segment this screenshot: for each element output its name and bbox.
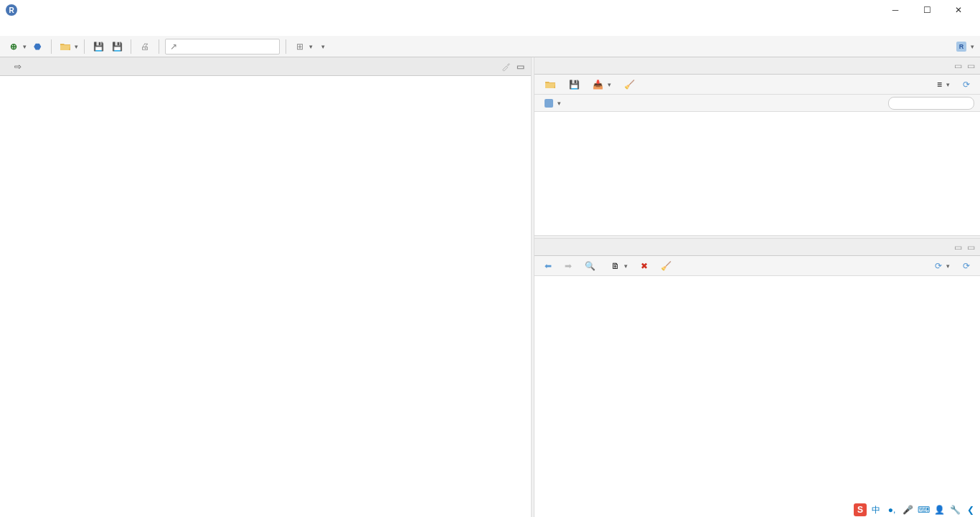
- remove-plot-button[interactable]: ✖: [636, 259, 652, 273]
- punct-icon[interactable]: ●,: [885, 503, 898, 516]
- env-scope-toolbar: ▾: [534, 95, 980, 112]
- mic-icon[interactable]: 🎤: [901, 503, 914, 516]
- user-icon[interactable]: 👤: [933, 503, 946, 516]
- env-toolbar: 💾 📥 ▾ 🧹 ≡ ▾ ⟳: [534, 75, 980, 95]
- titlebar: R ─ ☐ ✕: [0, 0, 980, 20]
- console-pane: ⇨ ▭: [0, 57, 531, 517]
- console-goto-icon[interactable]: ⇨: [14, 62, 22, 72]
- open-file-button[interactable]: [57, 39, 73, 54]
- zoom-button[interactable]: 🔍: [580, 259, 603, 273]
- save-all-button[interactable]: 💾: [109, 39, 125, 54]
- maximize-button[interactable]: ☐: [911, 0, 943, 20]
- maximize-pane-icon[interactable]: ▭: [515, 62, 525, 72]
- menubar: [0, 20, 980, 36]
- minimize-pane-icon[interactable]: ▭: [953, 61, 963, 71]
- addins-button[interactable]: ▾: [316, 39, 329, 54]
- plots-toolbar: ⬅ ➡ 🔍 🗎 ▾ ✖ 🧹 ⟳ ▾ ⟳: [534, 256, 980, 276]
- clear-plots-button[interactable]: 🧹: [656, 259, 676, 273]
- maximize-pane-icon[interactable]: ▭: [966, 242, 976, 252]
- publish-button[interactable]: ⟳ ▾: [930, 259, 954, 273]
- rstudio-window: R ─ ☐ ✕ ⊕ ▾ ⬣ ▾ 💾 💾 🖨 ↗ ⊞ ▾ ▾: [0, 0, 980, 517]
- ime-icon[interactable]: S: [854, 503, 867, 516]
- keyboard-icon[interactable]: ⌨: [917, 503, 930, 516]
- system-tray: S 中 ●, 🎤 ⌨ 👤 🔧 ❮: [854, 503, 977, 517]
- plots-pane: ▭ ▭ ⬅ ➡ 🔍 🗎 ▾ ✖ 🧹 ⟳ ▾ ⟳: [534, 239, 980, 517]
- window-controls: ─ ☐ ✕: [880, 0, 974, 20]
- chevron-icon[interactable]: ❮: [964, 503, 977, 516]
- environment-pane: ▭ ▭ 💾 📥 ▾ 🧹 ≡ ▾ ⟳: [534, 57, 980, 235]
- import-dataset-button[interactable]: 📥 ▾: [588, 77, 616, 92]
- bar-chart: [543, 282, 971, 514]
- clear-console-icon[interactable]: [501, 62, 511, 72]
- console-header: ⇨ ▭: [0, 57, 531, 76]
- env-search-input[interactable]: [888, 97, 974, 110]
- tools-icon[interactable]: 🔧: [948, 503, 961, 516]
- plot-area: [534, 276, 980, 517]
- env-table[interactable]: [534, 112, 980, 235]
- minimize-button[interactable]: ─: [880, 0, 911, 20]
- clear-workspace-button[interactable]: 🧹: [620, 77, 639, 92]
- view-mode-button[interactable]: ≡ ▾: [933, 77, 954, 92]
- refresh-plot-button[interactable]: ⟳: [958, 259, 974, 273]
- refresh-button[interactable]: ⟳: [958, 77, 974, 92]
- scope-selector[interactable]: ▾: [540, 96, 565, 110]
- save-workspace-button[interactable]: 💾: [565, 77, 584, 92]
- new-project-button[interactable]: ⬣: [29, 39, 45, 54]
- console-output[interactable]: [0, 76, 531, 517]
- export-button[interactable]: 🗎 ▾: [607, 259, 632, 273]
- right-pane: ▭ ▭ 💾 📥 ▾ 🧹 ≡ ▾ ⟳: [534, 57, 980, 517]
- grid-button[interactable]: ⊞: [292, 39, 308, 54]
- main-toolbar: ⊕ ▾ ⬣ ▾ 💾 💾 🖨 ↗ ⊞ ▾ ▾ R ▾: [0, 36, 980, 57]
- next-plot-button[interactable]: ➡: [560, 259, 576, 273]
- goto-file-input[interactable]: ↗: [165, 39, 280, 54]
- env-tabs: ▭ ▭: [534, 57, 980, 75]
- new-file-button[interactable]: ⊕: [6, 39, 22, 54]
- dropdown-icon[interactable]: ▾: [75, 43, 78, 50]
- main-area: ⇨ ▭ ▭ ▭: [0, 57, 980, 517]
- rstudio-icon: R: [6, 4, 17, 16]
- lang-icon[interactable]: 中: [870, 503, 882, 516]
- dropdown-icon[interactable]: ▾: [23, 43, 27, 50]
- save-button[interactable]: 💾: [90, 39, 106, 54]
- load-workspace-button[interactable]: [540, 77, 560, 92]
- print-button[interactable]: 🖨: [137, 39, 153, 54]
- plots-tabs: ▭ ▭: [534, 239, 980, 256]
- minimize-pane-icon[interactable]: ▭: [953, 242, 963, 252]
- close-button[interactable]: ✕: [943, 0, 974, 20]
- project-icon: R: [956, 42, 966, 52]
- prev-plot-button[interactable]: ⬅: [540, 259, 556, 273]
- maximize-pane-icon[interactable]: ▭: [966, 61, 976, 71]
